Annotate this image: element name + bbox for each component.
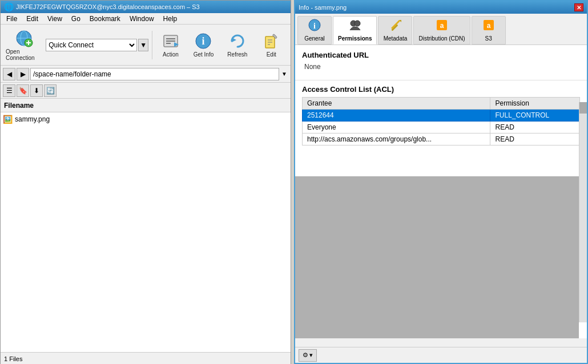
tab-metadata[interactable]: Metadata bbox=[378, 16, 412, 45]
toolbar-separator-1 bbox=[152, 31, 152, 59]
menu-window[interactable]: Window bbox=[125, 14, 159, 24]
gear-dropdown-arrow: ▾ bbox=[309, 351, 313, 359]
svg-text:i: i bbox=[313, 22, 316, 30]
acl-permission-1: READ bbox=[490, 122, 580, 134]
tab-general[interactable]: i General bbox=[297, 16, 332, 45]
address-dropdown-arrow[interactable]: ▼ bbox=[280, 71, 288, 77]
general-tab-icon: i bbox=[308, 19, 321, 34]
address-input[interactable] bbox=[30, 68, 279, 80]
file-icon: 🖼️ bbox=[3, 115, 13, 124]
metadata-tab-icon bbox=[389, 19, 401, 34]
svg-text:a: a bbox=[440, 22, 444, 30]
svg-text:a: a bbox=[486, 22, 490, 30]
download-button[interactable]: ⬇ bbox=[30, 84, 43, 97]
acl-table: Grantee Permission 2512644 FULL_CONTROL … bbox=[302, 97, 580, 145]
get-info-icon: i bbox=[194, 32, 212, 50]
authenticated-url-title: Authenticated URL bbox=[302, 51, 580, 59]
authenticated-url-section: Authenticated URL None bbox=[295, 45, 587, 80]
main-app-window: 🌐 JIKFEJ72FEGWTQG5RZOX@nyc3.digitalocean… bbox=[0, 0, 291, 364]
status-bar: 1 Files bbox=[1, 352, 291, 364]
file-name: sammy.png bbox=[15, 115, 50, 123]
refresh-label: Refresh bbox=[227, 51, 247, 58]
menu-file[interactable]: File bbox=[2, 14, 22, 24]
acl-column-permission: Permission bbox=[490, 98, 580, 110]
acl-grantee-0: 2512644 bbox=[303, 110, 490, 122]
open-connection-label: Open Connection bbox=[6, 48, 42, 61]
info-panel: Info - sammy.png ✕ i General Permissions bbox=[294, 0, 588, 364]
tab-permissions[interactable]: Permissions bbox=[333, 16, 377, 45]
action-icon bbox=[162, 32, 180, 50]
status-text: 1 Files bbox=[4, 355, 22, 362]
authenticated-url-value: None bbox=[302, 63, 580, 71]
tab-distribution-label: Distribution (CDN) bbox=[418, 35, 465, 42]
gear-icon: ⚙ bbox=[303, 351, 308, 359]
get-info-button[interactable]: i Get Info bbox=[188, 27, 219, 63]
quick-connect-row: Quick Connect ▼ bbox=[46, 39, 148, 51]
bookmark-button[interactable]: 🔖 bbox=[17, 84, 29, 97]
upload-button[interactable]: 🔄 bbox=[44, 84, 57, 97]
tab-s3[interactable]: a S3 bbox=[472, 16, 506, 45]
svg-text:i: i bbox=[202, 35, 205, 47]
menu-help[interactable]: Help bbox=[159, 14, 182, 24]
filename-column-header: Filename bbox=[4, 102, 34, 110]
refresh-icon bbox=[228, 32, 247, 50]
acl-permission-0: FULL_CONTROL bbox=[490, 110, 580, 122]
acl-grantee-1: Everyone bbox=[303, 122, 490, 134]
menu-edit[interactable]: Edit bbox=[22, 14, 43, 24]
info-close-button[interactable]: ✕ bbox=[574, 3, 583, 11]
tab-general-label: General bbox=[304, 35, 325, 42]
menu-go[interactable]: Go bbox=[67, 14, 85, 24]
quick-connect-dropdown-arrow[interactable]: ▼ bbox=[138, 39, 148, 51]
main-title-text: JIKFEJ72FEGWTQG5RZOX@nyc3.digitaloceansp… bbox=[16, 3, 287, 10]
file-list: 🖼️ sammy.png bbox=[1, 112, 291, 352]
acl-grantee-2: http://acs.amazonaws.com/groups/glob... bbox=[303, 134, 490, 145]
quick-connect-select[interactable]: Quick Connect bbox=[46, 39, 137, 51]
list-item[interactable]: 🖼️ sammy.png bbox=[1, 112, 291, 126]
tab-distribution[interactable]: a Distribution (CDN) bbox=[413, 16, 470, 45]
table-row[interactable]: Everyone READ bbox=[303, 122, 580, 134]
refresh-button[interactable]: Refresh bbox=[221, 27, 253, 63]
tab-metadata-label: Metadata bbox=[384, 35, 408, 42]
action-label: Action bbox=[163, 51, 179, 58]
svg-marker-13 bbox=[232, 38, 236, 42]
scrollbar-thumb[interactable] bbox=[579, 102, 587, 114]
app-icon: 🌐 bbox=[4, 2, 14, 11]
menu-view[interactable]: View bbox=[43, 14, 67, 24]
s3-tab-icon: a bbox=[482, 19, 495, 34]
tab-s3-label: S3 bbox=[485, 35, 492, 42]
nav-back-button[interactable]: ◀ bbox=[3, 68, 15, 80]
action-button[interactable]: Action bbox=[156, 27, 185, 63]
open-connection-button[interactable]: Open Connection bbox=[4, 27, 43, 63]
gear-settings-button[interactable]: ⚙ ▾ bbox=[299, 349, 317, 362]
file-list-header: Filename bbox=[1, 99, 291, 112]
table-row[interactable]: http://acs.amazonaws.com/groups/glob... … bbox=[303, 134, 580, 145]
address-bar: ◀ ▶ ▼ bbox=[1, 66, 291, 83]
tab-permissions-label: Permissions bbox=[338, 35, 372, 42]
svg-point-22 bbox=[355, 21, 360, 26]
distribution-tab-icon: a bbox=[436, 19, 448, 34]
acl-permission-2: READ bbox=[490, 134, 580, 145]
edit-button[interactable]: Edit bbox=[256, 27, 287, 63]
info-title-bar: Info - sammy.png ✕ bbox=[295, 1, 587, 14]
nav-forward-button[interactable]: ▶ bbox=[17, 68, 29, 80]
table-row[interactable]: 2512644 FULL_CONTROL bbox=[303, 110, 580, 122]
info-content-area: Authenticated URL None Access Control Li… bbox=[295, 45, 587, 338]
edit-icon bbox=[262, 32, 280, 50]
acl-column-grantee: Grantee bbox=[303, 98, 490, 110]
secondary-toolbar: ☰ 🔖 ⬇ 🔄 bbox=[1, 83, 291, 99]
acl-empty-area bbox=[295, 176, 579, 338]
info-title-text: Info - sammy.png bbox=[299, 4, 347, 11]
acl-title: Access Control List (ACL) bbox=[302, 85, 580, 94]
info-bottom-bar: ⚙ ▾ bbox=[295, 347, 587, 363]
menu-bookmark[interactable]: Bookmark bbox=[85, 14, 125, 24]
menu-bar: File Edit View Go Bookmark Window Help bbox=[1, 13, 291, 25]
edit-label: Edit bbox=[267, 51, 276, 58]
main-title-bar: 🌐 JIKFEJ72FEGWTQG5RZOX@nyc3.digitalocean… bbox=[1, 1, 291, 13]
permissions-tab-icon bbox=[349, 19, 361, 34]
toolbar: Open Connection Quick Connect ▼ bbox=[1, 25, 291, 66]
get-info-label: Get Info bbox=[194, 51, 214, 58]
toggle-panel-button[interactable]: ☰ bbox=[3, 84, 15, 97]
quick-connect-area: Quick Connect ▼ bbox=[46, 39, 148, 51]
info-tabs: i General Permissions bbox=[295, 14, 587, 45]
vertical-scrollbar[interactable] bbox=[579, 102, 587, 322]
